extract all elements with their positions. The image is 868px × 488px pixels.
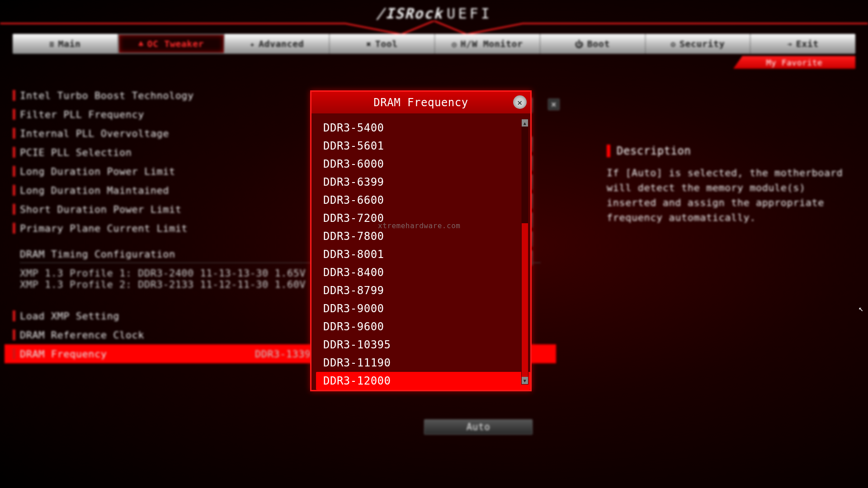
indicator-icon (13, 128, 15, 139)
description-panel: Description If [Auto] is selected, the m… (607, 145, 855, 398)
setting-label: PCIE PLL Selection (20, 147, 255, 158)
product-name: UEFI (447, 5, 492, 22)
dram-frequency-option[interactable]: DDR3-6600 (316, 191, 530, 209)
indicator-icon (13, 348, 15, 359)
indicator-icon (13, 90, 15, 101)
my-favorite-button[interactable]: My Favorite (733, 56, 855, 69)
scrollbar-track[interactable]: ▲ ▼ (521, 119, 528, 385)
dram-frequency-option[interactable]: DDR3-6000 (316, 155, 530, 173)
scrollbar-thumb[interactable] (522, 223, 528, 377)
description-title: Description (607, 145, 855, 157)
indicator-icon (13, 147, 15, 158)
tab-label: Main (58, 38, 80, 49)
tab-label: Tool (375, 38, 398, 49)
setting-label: DRAM Frequency (20, 348, 255, 360)
tab-icon: ◎ (452, 39, 457, 49)
tab-bar: ≡Main♣OC Tweaker✦Advanced✖Tool◎H/W Monit… (13, 34, 855, 54)
auto-value-pill[interactable]: Auto (424, 419, 533, 435)
value-dismiss-button[interactable]: × (548, 99, 560, 110)
scroll-up-arrow[interactable]: ▲ (522, 119, 528, 127)
modal-option-list: DDR3-5400DDR3-5601DDR3-6000DDR3-6399DDR3… (311, 113, 530, 390)
setting-label: Load XMP Setting (20, 310, 255, 322)
indicator-icon (13, 223, 15, 234)
tab-oc-tweaker[interactable]: ♣OC Tweaker (118, 34, 225, 54)
scroll-down-arrow[interactable]: ▼ (522, 377, 528, 384)
tab-label: Advanced (259, 38, 304, 49)
dram-frequency-option[interactable]: DDR3-11190 (316, 354, 530, 372)
dram-frequency-option[interactable]: DDR3-5601 (316, 137, 530, 155)
tab-icon: ✖ (366, 39, 371, 49)
indicator-icon (13, 310, 15, 321)
tab-security[interactable]: ⚙Security (646, 34, 751, 54)
dram-frequency-option[interactable]: DDR3-8799 (316, 282, 530, 300)
dram-frequency-option[interactable]: DDR3-9600 (316, 318, 530, 336)
tab-label: Security (679, 38, 725, 49)
dram-frequency-modal: DRAM Frequency ✕ DDR3-5400DDR3-5601DDR3-… (310, 90, 532, 391)
setting-label: Primary Plane Current Limit (20, 223, 255, 234)
tab-label: Boot (587, 38, 610, 49)
brand-logo: /ISRockUEFI (376, 5, 492, 22)
brand-name: /ISRock (376, 5, 443, 22)
setting-label: Internal PLL Overvoltage (20, 128, 255, 139)
tab-label: Exit (796, 38, 819, 49)
tab-icon: ⏻ (575, 39, 584, 49)
tab-label: OC Tweaker (147, 38, 204, 49)
dram-frequency-option[interactable]: DDR3-7800 (316, 227, 530, 245)
modal-title: DRAM Frequency (373, 96, 468, 109)
tab-icon: ≡ (49, 39, 54, 49)
setting-label: Short Duration Power Limit (20, 204, 255, 215)
indicator-icon (13, 204, 15, 215)
tab-icon: ⚙ (671, 39, 676, 49)
modal-title-bar: DRAM Frequency ✕ (311, 92, 530, 113)
tab-icon: ➔ (787, 39, 792, 49)
cursor-icon: ↖ (859, 304, 863, 313)
close-icon[interactable]: ✕ (513, 95, 527, 109)
dram-frequency-option[interactable]: DDR3-9000 (316, 300, 530, 318)
tab-h-w-monitor[interactable]: ◎H/W Monitor (435, 34, 540, 54)
setting-label: Long Duration Maintained (20, 185, 255, 196)
setting-label: Filter PLL Frequency (20, 109, 255, 120)
dram-frequency-option[interactable]: DDR3-12000 (316, 372, 530, 390)
tab-label: H/W Monitor (461, 38, 523, 49)
tab-tool[interactable]: ✖Tool (330, 34, 435, 54)
watermark: xtremehardware.com (378, 221, 460, 230)
tab-exit[interactable]: ➔Exit (750, 34, 855, 54)
tab-icon: ♣ (138, 39, 143, 49)
dram-frequency-option[interactable]: DDR3-8001 (316, 245, 530, 263)
dram-frequency-option[interactable]: DDR3-8400 (316, 263, 530, 282)
tab-boot[interactable]: ⏻Boot (540, 34, 646, 54)
dram-frequency-option[interactable]: DDR3-5400 (316, 119, 530, 137)
tab-advanced[interactable]: ✦Advanced (225, 34, 330, 54)
setting-label: DRAM Reference Clock (20, 329, 255, 341)
dram-frequency-option[interactable]: DDR3-6399 (316, 173, 530, 191)
description-body: If [Auto] is selected, the motherboard w… (607, 165, 855, 225)
tab-icon: ✦ (250, 39, 255, 49)
indicator-icon (13, 185, 15, 196)
indicator-icon (13, 329, 15, 340)
setting-label: Intel Turbo Boost Technology (20, 90, 255, 101)
setting-label: Long Duration Power Limit (20, 166, 255, 177)
tab-main[interactable]: ≡Main (13, 34, 118, 54)
indicator-icon (13, 109, 15, 120)
dram-frequency-option[interactable]: DDR3-10395 (316, 336, 530, 354)
indicator-icon (13, 166, 15, 177)
